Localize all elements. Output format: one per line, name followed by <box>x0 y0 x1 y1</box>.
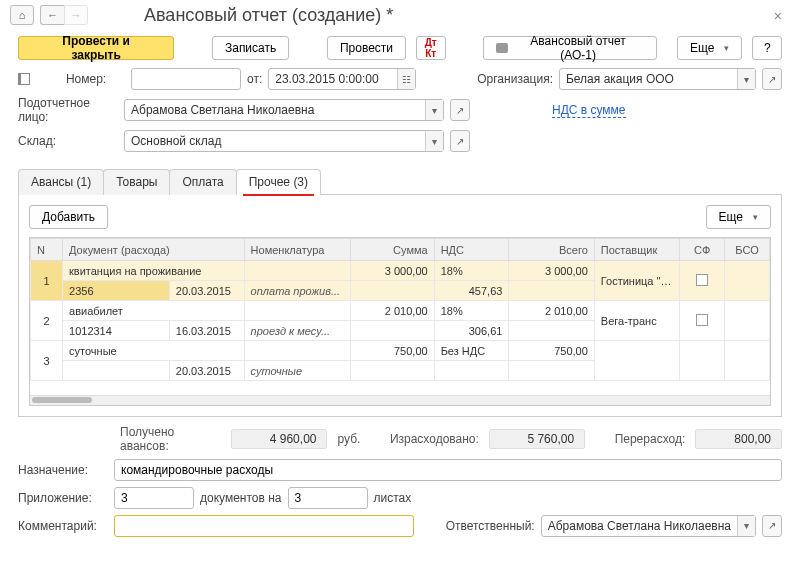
attach-pages-input[interactable] <box>288 487 368 509</box>
table-row[interactable]: 2 авиабилет 2 010,00 18% 2 010,00 Вега-т… <box>31 301 770 321</box>
add-row-button[interactable]: Добавить <box>29 205 108 229</box>
document-icon <box>18 73 30 85</box>
spent-label: Израсходовано: <box>390 432 479 446</box>
person-label: Подотчетное лицо: <box>18 96 118 124</box>
over-label: Перерасход: <box>615 432 686 446</box>
col-sum[interactable]: Сумма <box>351 239 434 261</box>
print-report-button[interactable]: Авансовый отчет (АО-1) <box>483 36 657 60</box>
warehouse-dropdown-icon[interactable]: ▾ <box>425 131 443 151</box>
warehouse-open-button[interactable]: ↗ <box>450 130 470 152</box>
person-dropdown-icon[interactable]: ▾ <box>425 100 443 120</box>
warehouse-input[interactable]: Основной склад ▾ <box>124 130 444 152</box>
person-input[interactable]: Абрамова Светлана Николаевна ▾ <box>124 99 444 121</box>
expenses-table: N Документ (расхода) Номенклатура Сумма … <box>30 238 770 395</box>
back-button[interactable]: ← <box>40 5 64 25</box>
col-vat[interactable]: НДС <box>434 239 509 261</box>
table-more-button[interactable]: Еще <box>706 205 771 229</box>
post-and-close-button[interactable]: Провести и закрыть <box>18 36 174 60</box>
more-button[interactable]: Еще <box>677 36 742 60</box>
currency-label: руб. <box>337 432 360 446</box>
vat-mode-link[interactable]: НДС в сумме <box>552 103 626 118</box>
number-label: Номер: <box>66 72 125 86</box>
col-total[interactable]: Всего <box>509 239 594 261</box>
save-button[interactable]: Записать <box>212 36 289 60</box>
responsible-label: Ответственный: <box>446 519 535 533</box>
col-nomen[interactable]: Номенклатура <box>244 239 351 261</box>
tab-payment[interactable]: Оплата <box>169 169 236 195</box>
org-input[interactable]: Белая акация ООО ▾ <box>559 68 756 90</box>
tab-other[interactable]: Прочее (3) <box>236 169 321 195</box>
responsible-input[interactable]: Абрамова Светлана Николаевна ▾ <box>541 515 756 537</box>
responsible-open-button[interactable]: ↗ <box>762 515 782 537</box>
print-report-label: Авансовый отчет (АО-1) <box>512 34 644 62</box>
print-icon <box>496 43 508 53</box>
col-bso[interactable]: БСО <box>725 239 770 261</box>
responsible-dropdown-icon[interactable]: ▾ <box>737 516 755 536</box>
table-row[interactable]: 1 квитанция на проживание 3 000,00 18% 3… <box>31 261 770 281</box>
attach-docs-label: документов на <box>200 491 282 505</box>
home-button[interactable]: ⌂ <box>10 5 34 25</box>
dt-kt-button[interactable]: ДтКт <box>416 36 446 60</box>
warehouse-label: Склад: <box>18 134 118 148</box>
col-supplier[interactable]: Поставщик <box>594 239 679 261</box>
help-button[interactable]: ? <box>752 36 782 60</box>
tab-advances[interactable]: Авансы (1) <box>18 169 104 195</box>
post-button[interactable]: Провести <box>327 36 406 60</box>
org-dropdown-icon[interactable]: ▾ <box>737 69 755 89</box>
page-title: Авансовый отчет (создание) * <box>144 5 393 26</box>
tab-goods[interactable]: Товары <box>103 169 170 195</box>
sf-checkbox[interactable] <box>696 274 708 286</box>
col-doc[interactable]: Документ (расхода) <box>63 239 245 261</box>
dtkt-icon: ДтКт <box>425 37 437 59</box>
close-button[interactable]: × <box>768 6 788 26</box>
spent-value: 5 760,00 <box>489 429 585 449</box>
comment-input[interactable] <box>114 515 414 537</box>
calendar-icon[interactable]: ☷ <box>397 69 415 89</box>
comment-label: Комментарий: <box>18 519 108 533</box>
attach-docs-input[interactable] <box>114 487 194 509</box>
table-row[interactable]: 3 суточные 750,00 Без НДС 750,00 <box>31 341 770 361</box>
purpose-label: Назначение: <box>18 463 108 477</box>
date-input[interactable]: 23.03.2015 0:00:00 ☷ <box>268 68 416 90</box>
attach-label: Приложение: <box>18 491 108 505</box>
org-open-button[interactable]: ↗ <box>762 68 782 90</box>
date-label: от: <box>247 72 262 86</box>
horizontal-scrollbar[interactable] <box>30 395 770 405</box>
sf-checkbox[interactable] <box>696 314 708 326</box>
number-input[interactable] <box>131 68 241 90</box>
attach-pages-label: листах <box>374 491 412 505</box>
over-value: 800,00 <box>695 429 782 449</box>
org-label: Организация: <box>477 72 553 86</box>
forward-button[interactable]: → <box>64 5 88 25</box>
person-open-button[interactable]: ↗ <box>450 99 470 121</box>
advance-label: Получено авансов: <box>120 425 221 453</box>
advance-value: 4 960,00 <box>231 429 327 449</box>
col-n[interactable]: N <box>31 239 63 261</box>
purpose-input[interactable] <box>114 459 782 481</box>
col-sf[interactable]: СФ <box>680 239 725 261</box>
